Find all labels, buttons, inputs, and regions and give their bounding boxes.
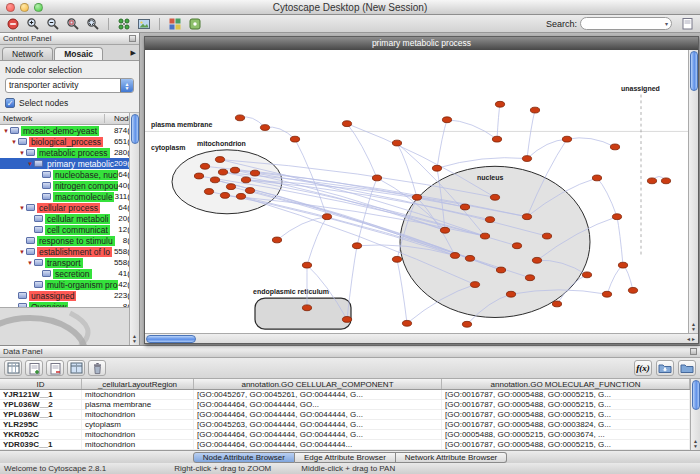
network-node[interactable]: [495, 101, 504, 107]
network-node[interactable]: [496, 267, 505, 273]
column-header-id[interactable]: ID: [0, 379, 82, 389]
network-node[interactable]: [322, 214, 331, 220]
network-node[interactable]: [610, 144, 619, 150]
zoom-out-icon[interactable]: [44, 16, 62, 32]
table-row[interactable]: YLR295Ccytoplasm[GO:0045263, GO:0044444,…: [0, 420, 690, 430]
network-node[interactable]: [582, 272, 591, 278]
float-panel-icon[interactable]: [690, 348, 697, 355]
network-node[interactable]: [241, 177, 250, 183]
create-attribute-icon[interactable]: [25, 360, 43, 376]
destroy-network-icon[interactable]: [4, 16, 22, 32]
network-edge[interactable]: [397, 143, 417, 197]
network-node[interactable]: [215, 157, 224, 163]
tab-scroll-right-icon[interactable]: ▶: [131, 49, 136, 57]
tab-network-attribute-browser[interactable]: Network Attribute Browser: [396, 452, 507, 463]
tree-item-response-to-stimulu[interactable]: response to stimulu8(0): [0, 235, 139, 246]
node-color-dropdown[interactable]: transporter activity ▲▼: [5, 78, 134, 93]
network-node[interactable]: [204, 189, 213, 195]
select-nodes-checkbox[interactable]: ✓: [5, 98, 15, 108]
function-builder-icon[interactable]: f(x): [634, 360, 652, 376]
network-node[interactable]: [412, 194, 421, 200]
network-node[interactable]: [226, 184, 235, 190]
network-edge[interactable]: [397, 259, 407, 323]
network-node[interactable]: [618, 262, 627, 268]
float-panel-icon[interactable]: [129, 35, 136, 42]
tree-item-secretion[interactable]: secretion41(0): [0, 268, 139, 279]
network-canvas[interactable]: plasma membrane cytoplasm mitochondrion …: [145, 50, 688, 333]
network-birdseye-view[interactable]: [0, 307, 129, 345]
network-node[interactable]: [210, 177, 219, 183]
network-node[interactable]: [661, 178, 670, 184]
tree-item-nucleobase-nucl[interactable]: nucleobase, nucl64(0): [0, 169, 139, 180]
tree-item-cellular-process[interactable]: ▼cellular process64(0): [0, 202, 139, 213]
tab-edge-attribute-browser[interactable]: Edge Attribute Browser: [295, 452, 396, 463]
table-row[interactable]: YPL036W__1mitochondrion[GO:0044464, GO:0…: [0, 410, 690, 420]
network-node[interactable]: [230, 167, 239, 173]
network-node[interactable]: [402, 320, 411, 326]
network-edge[interactable]: [597, 178, 617, 217]
attribute-table-header[interactable]: ID _cellularLayoutRegion annotation.GO C…: [0, 379, 690, 390]
tree-expander-icon[interactable]: ▼: [18, 150, 26, 156]
network-node[interactable]: [235, 115, 244, 121]
network-node[interactable]: [602, 291, 611, 297]
control-panel-scrollbar[interactable]: ▲▼: [129, 113, 139, 345]
zoom-selected-region-icon[interactable]: [64, 16, 82, 32]
tree-expander-icon[interactable]: ▼: [18, 205, 26, 211]
network-edge[interactable]: [347, 246, 357, 320]
network-node[interactable]: [542, 233, 551, 239]
select-attributes-icon[interactable]: [4, 360, 22, 376]
tree-item-mosaic-demo-yeast[interactable]: ▼mosaic-demo-yeast874(0): [0, 125, 139, 136]
tree-item-unassigned[interactable]: unassigned223(0): [0, 290, 139, 301]
network-node[interactable]: [260, 125, 269, 131]
network-node[interactable]: [628, 287, 637, 293]
plugin-manager-icon[interactable]: [186, 16, 204, 32]
scrollbar-arrows-icon[interactable]: ▲▼: [691, 322, 696, 333]
network-edge[interactable]: [617, 217, 623, 265]
network-node[interactable]: [512, 243, 521, 249]
network-edge[interactable]: [527, 110, 535, 158]
network-node[interactable]: [612, 214, 621, 220]
network-node[interactable]: [465, 255, 474, 261]
column-header-molecular-function[interactable]: annotation.GO MOLECULAR_FUNCTION: [442, 379, 690, 389]
network-node[interactable]: [432, 165, 441, 171]
network-node[interactable]: [532, 257, 541, 263]
import-attributes-icon[interactable]: [656, 360, 674, 376]
network-node[interactable]: [506, 291, 515, 297]
vizmapper-icon[interactable]: [166, 16, 184, 32]
search-dropdown-icon[interactable]: ▾: [665, 20, 668, 27]
network-node[interactable]: [290, 136, 299, 142]
window-titlebar[interactable]: Cytoscape Desktop (New Session): [0, 0, 700, 15]
network-node[interactable]: [440, 227, 449, 233]
network-edge[interactable]: [607, 265, 623, 294]
table-row[interactable]: YPL036W__2plasma membrane[GO:0044464, GO…: [0, 400, 690, 410]
network-node[interactable]: [392, 140, 401, 146]
network-node[interactable]: [392, 256, 401, 262]
network-edge[interactable]: [567, 138, 615, 147]
network-node[interactable]: [485, 217, 494, 223]
delete-attribute-icon[interactable]: [46, 360, 64, 376]
network-edge[interactable]: [277, 217, 327, 240]
tree-expander-icon[interactable]: ▼: [18, 249, 26, 255]
network-node[interactable]: [490, 194, 499, 200]
tab-network[interactable]: Network: [2, 47, 53, 60]
tree-item-multi-organism-pro[interactable]: multi-organism pro42(0): [0, 279, 139, 290]
tree-expander-icon[interactable]: ▼: [26, 161, 34, 167]
tree-expander-icon[interactable]: ▼: [10, 139, 18, 145]
table-row[interactable]: YJR121W__1mitochondrion[GO:0045267, GO:0…: [0, 390, 690, 400]
tree-item-cell-communicat[interactable]: cell communicat12(0): [0, 224, 139, 235]
network-edge[interactable]: [447, 120, 497, 139]
network-node[interactable]: [245, 188, 254, 194]
column-header-cellular-component[interactable]: annotation.GO CELLULAR_COMPONENT: [194, 379, 442, 389]
select-all-attributes-icon[interactable]: [67, 360, 85, 376]
network-node[interactable]: [442, 117, 451, 123]
network-node[interactable]: [592, 175, 601, 181]
tab-node-attribute-browser[interactable]: Node Attribute Browser: [193, 452, 295, 463]
network-horizontal-scrollbar[interactable]: ◄►: [145, 333, 698, 343]
network-vertical-scrollbar[interactable]: ▲▼: [688, 50, 698, 333]
network-node[interactable]: [194, 173, 203, 179]
network-node[interactable]: [218, 169, 227, 175]
network-node[interactable]: [342, 317, 351, 323]
tree-item-primary-metabolic[interactable]: ▼primary metabolic209(0): [0, 158, 139, 169]
network-node[interactable]: [302, 305, 311, 311]
network-node[interactable]: [200, 163, 209, 169]
